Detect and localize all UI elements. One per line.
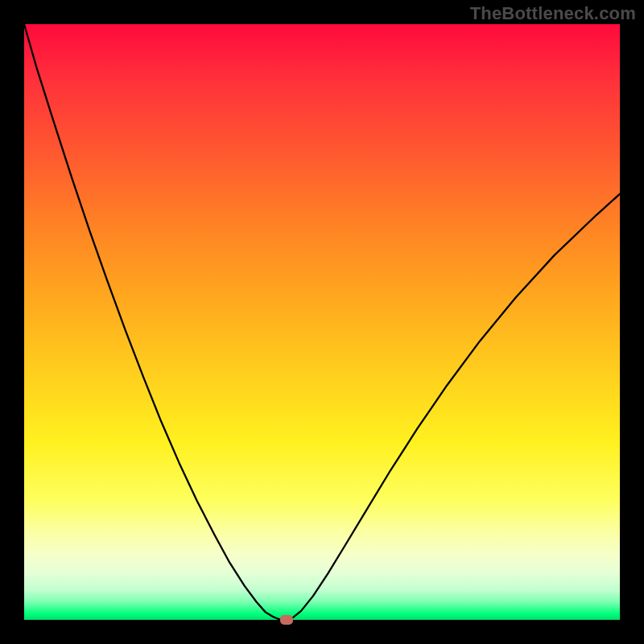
minimum-marker (280, 615, 293, 625)
watermark-text: TheBottleneck.com (470, 3, 636, 24)
plot-area (24, 24, 620, 620)
chart-frame: TheBottleneck.com (0, 0, 644, 644)
bottleneck-curve (24, 24, 620, 620)
curve-svg (24, 24, 620, 620)
